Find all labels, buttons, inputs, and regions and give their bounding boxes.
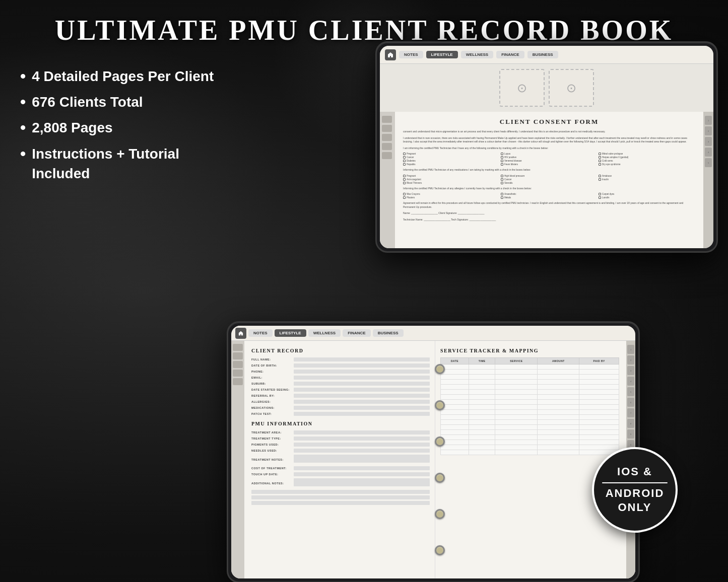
table-cell[interactable] [579, 365, 619, 370]
input-date-started[interactable] [294, 388, 430, 392]
input-allergies[interactable] [294, 400, 430, 404]
right-tab-3[interactable]: 3 [705, 137, 712, 146]
table-cell[interactable] [538, 430, 579, 435]
right-tab-4[interactable]: 4 [705, 148, 712, 157]
bottom-nav-notes[interactable]: NOTES [248, 329, 273, 337]
table-cell[interactable] [495, 380, 538, 385]
bottom-home-icon[interactable] [235, 328, 246, 339]
table-cell[interactable] [469, 375, 495, 380]
table-cell[interactable] [538, 440, 579, 445]
bottom-right-tab-2[interactable]: 2 [627, 355, 634, 365]
table-cell[interactable] [495, 390, 538, 395]
table-cell[interactable] [538, 390, 579, 395]
table-cell[interactable] [538, 435, 579, 440]
table-cell[interactable] [579, 395, 619, 400]
input-treatment-area[interactable] [294, 430, 430, 434]
input-treatment-notes[interactable] [294, 455, 430, 463]
table-cell[interactable] [495, 440, 538, 445]
input-pigments[interactable] [294, 443, 430, 447]
input-cost[interactable] [294, 466, 430, 470]
nav-tab-notes[interactable]: NOTES [399, 51, 423, 58]
table-cell[interactable] [495, 445, 538, 450]
input-phone[interactable] [294, 370, 430, 374]
table-cell[interactable] [538, 450, 579, 455]
table-cell[interactable] [579, 390, 619, 395]
table-cell[interactable] [469, 395, 495, 400]
table-cell[interactable] [495, 370, 538, 375]
bottom-right-tab-4[interactable]: 4 [627, 377, 634, 386]
table-cell[interactable] [579, 415, 619, 420]
table-cell[interactable] [538, 415, 579, 420]
table-cell[interactable] [469, 420, 495, 425]
right-tab-5[interactable]: 5 [705, 158, 712, 167]
bottom-nav-lifestyle[interactable]: LIFESTYLE [275, 329, 306, 337]
table-cell[interactable] [538, 385, 579, 390]
input-touch-up[interactable] [294, 472, 430, 476]
extra-input-2[interactable] [251, 495, 430, 499]
input-email[interactable] [294, 376, 430, 380]
bottom-right-tab-9[interactable]: 9 [627, 429, 634, 439]
table-cell[interactable] [469, 425, 495, 430]
bottom-nav-wellness[interactable]: WELLNESS [308, 329, 341, 337]
table-cell[interactable] [469, 430, 495, 435]
table-cell[interactable] [495, 385, 538, 390]
input-suburb[interactable] [294, 382, 430, 386]
nav-tab-finance[interactable]: FINANCE [496, 51, 524, 58]
table-cell[interactable] [495, 410, 538, 415]
table-cell[interactable] [469, 365, 495, 370]
table-cell[interactable] [538, 425, 579, 430]
table-cell[interactable] [495, 405, 538, 410]
table-cell[interactable] [538, 370, 579, 375]
bottom-right-tab-6[interactable]: 6 [627, 398, 634, 407]
input-full-name[interactable] [294, 357, 430, 361]
table-cell[interactable] [495, 450, 538, 455]
table-cell[interactable] [469, 400, 495, 405]
table-cell[interactable] [469, 415, 495, 420]
table-cell[interactable] [579, 425, 619, 430]
table-cell[interactable] [469, 385, 495, 390]
table-cell[interactable] [579, 375, 619, 380]
nav-tab-business[interactable]: BUSINESS [527, 51, 558, 58]
extra-input-3[interactable] [251, 501, 430, 505]
table-cell[interactable] [469, 435, 495, 440]
table-cell[interactable] [538, 400, 579, 405]
table-cell[interactable] [538, 445, 579, 450]
table-cell[interactable] [495, 365, 538, 370]
table-cell[interactable] [538, 410, 579, 415]
table-cell[interactable] [579, 405, 619, 410]
extra-input-1[interactable] [251, 490, 430, 494]
table-cell[interactable] [469, 390, 495, 395]
table-cell[interactable] [469, 445, 495, 450]
table-cell[interactable] [495, 435, 538, 440]
table-cell[interactable] [579, 435, 619, 440]
bottom-right-tab-8[interactable]: 8 [627, 419, 634, 428]
table-cell[interactable] [579, 445, 619, 450]
table-cell[interactable] [579, 430, 619, 435]
bottom-right-tab-5[interactable]: 5 [627, 387, 634, 396]
input-medications[interactable] [294, 406, 430, 410]
bottom-nav-finance[interactable]: FINANCE [343, 329, 371, 337]
table-cell[interactable] [495, 395, 538, 400]
input-referral[interactable] [294, 394, 430, 398]
table-cell[interactable] [538, 375, 579, 380]
table-cell[interactable] [469, 405, 495, 410]
table-cell[interactable] [469, 410, 495, 415]
table-cell[interactable] [579, 420, 619, 425]
table-cell[interactable] [469, 450, 495, 455]
table-cell[interactable] [495, 420, 538, 425]
table-cell[interactable] [538, 420, 579, 425]
nav-tab-lifestyle[interactable]: LIFESTYLE [426, 51, 458, 58]
right-tab-1[interactable]: 1 [705, 116, 712, 125]
home-icon[interactable] [385, 49, 396, 60]
table-cell[interactable] [579, 380, 619, 385]
input-treatment-type[interactable] [294, 437, 430, 441]
table-cell[interactable] [538, 395, 579, 400]
table-cell[interactable] [579, 400, 619, 405]
table-cell[interactable] [538, 365, 579, 370]
table-cell[interactable] [579, 385, 619, 390]
input-dob[interactable] [294, 363, 430, 368]
bottom-right-tab-1[interactable]: 1 [627, 345, 634, 354]
table-cell[interactable] [579, 410, 619, 415]
table-cell[interactable] [538, 380, 579, 385]
table-cell[interactable] [538, 405, 579, 410]
